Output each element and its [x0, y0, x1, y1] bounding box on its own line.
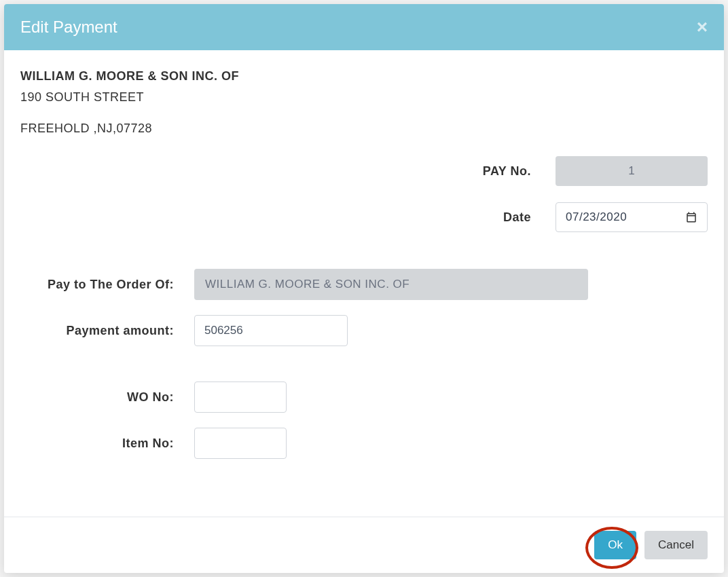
pay-no-row: PAY No.: [20, 156, 708, 186]
company-street: 190 SOUTH STREET: [20, 90, 708, 105]
wo-no-label: WO No:: [20, 390, 194, 405]
calendar-icon: [685, 211, 697, 223]
item-no-label: Item No:: [20, 436, 194, 451]
wo-no-row: WO No:: [20, 381, 708, 413]
wo-no-input[interactable]: [194, 381, 287, 413]
amount-row: Payment amount:: [20, 315, 708, 346]
modal-title: Edit Payment: [20, 18, 117, 37]
date-row: Date 07/23/2020: [20, 202, 708, 232]
date-label: Date: [503, 210, 531, 225]
company-city-state-zip: FREEHOLD ,NJ,07728: [20, 122, 708, 136]
pay-to-input: [194, 269, 588, 300]
cancel-button[interactable]: Cancel: [644, 531, 708, 559]
date-input[interactable]: 07/23/2020: [556, 202, 708, 232]
pay-no-input: [556, 156, 708, 186]
pay-no-label: PAY No.: [483, 164, 531, 179]
company-name: WILLIAM G. MOORE & SON INC. OF: [20, 69, 708, 83]
edit-payment-modal: Edit Payment × WILLIAM G. MOORE & SON IN…: [4, 4, 724, 573]
right-fields-group: PAY No. Date 07/23/2020: [20, 156, 708, 248]
date-value: 07/23/2020: [566, 210, 627, 224]
amount-input[interactable]: [194, 315, 348, 346]
ok-button[interactable]: Ok: [594, 531, 636, 559]
item-no-row: Item No:: [20, 428, 708, 459]
item-no-input[interactable]: [194, 428, 287, 459]
pay-to-row: Pay to The Order Of:: [20, 269, 708, 300]
close-icon[interactable]: ×: [697, 18, 708, 37]
modal-body: WILLIAM G. MOORE & SON INC. OF 190 SOUTH…: [4, 50, 724, 517]
modal-header: Edit Payment ×: [4, 4, 724, 50]
modal-footer: Ok Cancel: [4, 517, 724, 573]
amount-label: Payment amount:: [20, 324, 194, 338]
spacer: [20, 361, 708, 381]
pay-to-label: Pay to The Order Of:: [20, 278, 194, 292]
